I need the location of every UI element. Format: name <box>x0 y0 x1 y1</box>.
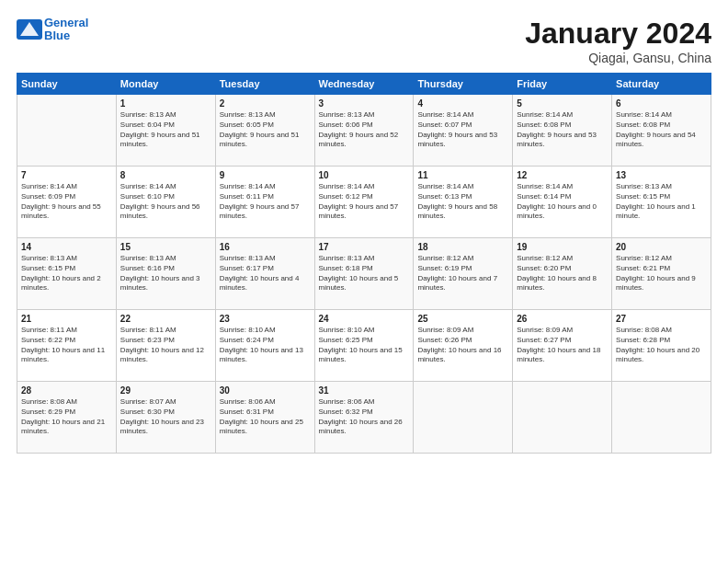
calendar-cell: 15Sunrise: 8:13 AMSunset: 6:16 PMDayligh… <box>116 238 215 310</box>
header: General Blue January 2024 Qiagai, Gansu,… <box>17 17 711 65</box>
cell-info: Sunrise: 8:11 AMSunset: 6:22 PMDaylight:… <box>21 326 112 365</box>
logo-blue: Blue <box>44 29 88 42</box>
calendar-cell: 22Sunrise: 8:11 AMSunset: 6:23 PMDayligh… <box>116 310 215 382</box>
calendar-cell: 8Sunrise: 8:14 AMSunset: 6:10 PMDaylight… <box>116 167 215 238</box>
page-title: January 2024 <box>525 17 711 51</box>
cell-info: Sunrise: 8:13 AMSunset: 6:04 PMDaylight:… <box>120 110 211 150</box>
week-row-1: 1Sunrise: 8:13 AMSunset: 6:04 PMDaylight… <box>17 95 711 167</box>
calendar-cell: 21Sunrise: 8:11 AMSunset: 6:22 PMDayligh… <box>17 310 117 382</box>
day-number: 25 <box>417 314 508 324</box>
calendar-cell: 26Sunrise: 8:09 AMSunset: 6:27 PMDayligh… <box>513 310 612 382</box>
calendar-cell: 29Sunrise: 8:07 AMSunset: 6:30 PMDayligh… <box>116 382 215 454</box>
calendar-cell: 1Sunrise: 8:13 AMSunset: 6:04 PMDaylight… <box>116 95 215 167</box>
day-number: 2 <box>220 98 311 109</box>
calendar-cell: 3Sunrise: 8:13 AMSunset: 6:06 PMDaylight… <box>314 95 414 167</box>
calendar-cell: 12Sunrise: 8:14 AMSunset: 6:14 PMDayligh… <box>513 167 612 238</box>
day-number: 18 <box>417 242 508 252</box>
cell-info: Sunrise: 8:13 AMSunset: 6:15 PMDaylight:… <box>616 182 707 222</box>
calendar-cell: 24Sunrise: 8:10 AMSunset: 6:25 PMDayligh… <box>314 310 414 382</box>
day-number: 7 <box>21 170 112 180</box>
cell-info: Sunrise: 8:09 AMSunset: 6:27 PMDaylight:… <box>517 326 608 365</box>
title-block: January 2024 Qiagai, Gansu, China <box>525 17 711 65</box>
calendar-cell: 2Sunrise: 8:13 AMSunset: 6:05 PMDaylight… <box>215 95 314 167</box>
day-number: 3 <box>319 98 410 109</box>
general-blue-icon <box>17 19 42 40</box>
cell-info: Sunrise: 8:08 AMSunset: 6:28 PMDaylight:… <box>616 326 707 365</box>
calendar-cell: 10Sunrise: 8:14 AMSunset: 6:12 PMDayligh… <box>314 167 414 238</box>
cell-info: Sunrise: 8:06 AMSunset: 6:32 PMDaylight:… <box>319 397 410 437</box>
cell-info: Sunrise: 8:14 AMSunset: 6:12 PMDaylight:… <box>319 182 410 222</box>
weekday-header-friday: Friday <box>513 74 612 95</box>
calendar-cell <box>612 382 711 454</box>
cell-info: Sunrise: 8:12 AMSunset: 6:21 PMDaylight:… <box>616 254 707 293</box>
day-number: 30 <box>220 385 311 396</box>
calendar-cell: 16Sunrise: 8:13 AMSunset: 6:17 PMDayligh… <box>215 238 314 310</box>
calendar-cell: 5Sunrise: 8:14 AMSunset: 6:08 PMDaylight… <box>513 95 612 167</box>
day-number: 14 <box>21 242 112 252</box>
day-number: 13 <box>616 170 707 180</box>
cell-info: Sunrise: 8:14 AMSunset: 6:07 PMDaylight:… <box>417 110 508 150</box>
day-number: 28 <box>21 385 112 396</box>
weekday-header-saturday: Saturday <box>612 74 711 95</box>
cell-info: Sunrise: 8:08 AMSunset: 6:29 PMDaylight:… <box>21 397 112 437</box>
day-number: 1 <box>120 98 211 109</box>
cell-info: Sunrise: 8:11 AMSunset: 6:23 PMDaylight:… <box>120 326 211 365</box>
day-number: 29 <box>120 385 211 396</box>
cell-info: Sunrise: 8:10 AMSunset: 6:25 PMDaylight:… <box>319 326 410 365</box>
day-number: 27 <box>616 314 707 324</box>
calendar-cell: 11Sunrise: 8:14 AMSunset: 6:13 PMDayligh… <box>414 167 513 238</box>
calendar-cell: 14Sunrise: 8:13 AMSunset: 6:15 PMDayligh… <box>17 238 117 310</box>
day-number: 21 <box>21 314 112 324</box>
day-number: 6 <box>616 98 707 109</box>
cell-info: Sunrise: 8:13 AMSunset: 6:06 PMDaylight:… <box>319 110 410 150</box>
calendar-cell: 27Sunrise: 8:08 AMSunset: 6:28 PMDayligh… <box>612 310 711 382</box>
day-number: 20 <box>616 242 707 252</box>
calendar-cell: 30Sunrise: 8:06 AMSunset: 6:31 PMDayligh… <box>215 382 314 454</box>
week-row-4: 21Sunrise: 8:11 AMSunset: 6:22 PMDayligh… <box>17 310 711 382</box>
calendar-cell: 9Sunrise: 8:14 AMSunset: 6:11 PMDaylight… <box>215 167 314 238</box>
cell-info: Sunrise: 8:14 AMSunset: 6:08 PMDaylight:… <box>517 110 608 150</box>
cell-info: Sunrise: 8:13 AMSunset: 6:16 PMDaylight:… <box>120 254 211 293</box>
day-number: 22 <box>120 314 211 324</box>
week-row-3: 14Sunrise: 8:13 AMSunset: 6:15 PMDayligh… <box>17 238 711 310</box>
weekday-header-monday: Monday <box>116 74 215 95</box>
calendar-table: SundayMondayTuesdayWednesdayThursdayFrid… <box>17 73 711 454</box>
cell-info: Sunrise: 8:14 AMSunset: 6:08 PMDaylight:… <box>616 110 707 150</box>
weekday-header-thursday: Thursday <box>414 74 513 95</box>
day-number: 5 <box>517 98 608 109</box>
day-number: 4 <box>417 98 508 109</box>
cell-info: Sunrise: 8:14 AMSunset: 6:13 PMDaylight:… <box>417 182 508 222</box>
calendar-cell <box>17 95 117 167</box>
calendar-cell: 7Sunrise: 8:14 AMSunset: 6:09 PMDaylight… <box>17 167 117 238</box>
week-row-5: 28Sunrise: 8:08 AMSunset: 6:29 PMDayligh… <box>17 382 711 454</box>
calendar-cell: 4Sunrise: 8:14 AMSunset: 6:07 PMDaylight… <box>414 95 513 167</box>
cell-info: Sunrise: 8:12 AMSunset: 6:19 PMDaylight:… <box>417 254 508 293</box>
cell-info: Sunrise: 8:14 AMSunset: 6:09 PMDaylight:… <box>21 182 112 222</box>
cell-info: Sunrise: 8:10 AMSunset: 6:24 PMDaylight:… <box>220 326 311 365</box>
cell-info: Sunrise: 8:13 AMSunset: 6:17 PMDaylight:… <box>220 254 311 293</box>
day-number: 17 <box>319 242 410 252</box>
day-number: 24 <box>319 314 410 324</box>
weekday-header-sunday: Sunday <box>17 74 117 95</box>
weekday-header-row: SundayMondayTuesdayWednesdayThursdayFrid… <box>17 74 711 95</box>
cell-info: Sunrise: 8:14 AMSunset: 6:11 PMDaylight:… <box>220 182 311 222</box>
weekday-header-wednesday: Wednesday <box>314 74 414 95</box>
logo: General Blue <box>17 17 88 43</box>
cell-info: Sunrise: 8:13 AMSunset: 6:18 PMDaylight:… <box>319 254 410 293</box>
calendar-cell: 20Sunrise: 8:12 AMSunset: 6:21 PMDayligh… <box>612 238 711 310</box>
calendar-cell: 13Sunrise: 8:13 AMSunset: 6:15 PMDayligh… <box>612 167 711 238</box>
logo-general: General <box>44 17 88 29</box>
calendar-cell: 23Sunrise: 8:10 AMSunset: 6:24 PMDayligh… <box>215 310 314 382</box>
cell-info: Sunrise: 8:06 AMSunset: 6:31 PMDaylight:… <box>220 397 311 437</box>
weekday-header-tuesday: Tuesday <box>215 74 314 95</box>
calendar-cell: 28Sunrise: 8:08 AMSunset: 6:29 PMDayligh… <box>17 382 117 454</box>
calendar-cell <box>414 382 513 454</box>
day-number: 23 <box>220 314 311 324</box>
day-number: 15 <box>120 242 211 252</box>
day-number: 16 <box>220 242 311 252</box>
day-number: 12 <box>517 170 608 180</box>
calendar-cell: 17Sunrise: 8:13 AMSunset: 6:18 PMDayligh… <box>314 238 414 310</box>
calendar-cell: 18Sunrise: 8:12 AMSunset: 6:19 PMDayligh… <box>414 238 513 310</box>
day-number: 11 <box>417 170 508 180</box>
page-subtitle: Qiagai, Gansu, China <box>525 51 711 65</box>
